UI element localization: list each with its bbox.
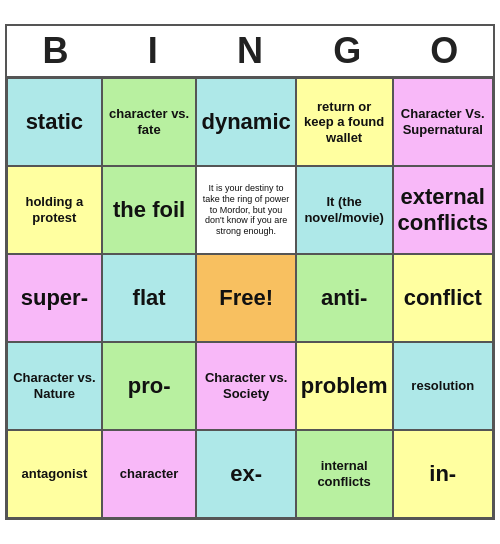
bingo-cell: anti-: [296, 254, 393, 342]
bingo-cell: Character vs. Nature: [7, 342, 102, 430]
bingo-cell: conflict: [393, 254, 493, 342]
bingo-cell: ex-: [196, 430, 295, 518]
bingo-cell: dynamic: [196, 78, 295, 166]
bingo-cell: Character vs. Society: [196, 342, 295, 430]
bingo-cell: flat: [102, 254, 197, 342]
bingo-letter: B: [7, 30, 104, 72]
bingo-cell: static: [7, 78, 102, 166]
bingo-cell: holding a protest: [7, 166, 102, 254]
bingo-cell: character vs. fate: [102, 78, 197, 166]
bingo-cell: the foil: [102, 166, 197, 254]
bingo-cell: super-: [7, 254, 102, 342]
bingo-cell: return or keep a found wallet: [296, 78, 393, 166]
bingo-letter: N: [201, 30, 298, 72]
bingo-cell: Character Vs. Supernatural: [393, 78, 493, 166]
bingo-cell: external conflicts: [393, 166, 493, 254]
bingo-cell: resolution: [393, 342, 493, 430]
bingo-cell: character: [102, 430, 197, 518]
bingo-cell: Free!: [196, 254, 295, 342]
bingo-cell: It (the novel/movie): [296, 166, 393, 254]
bingo-header: BINGO: [7, 26, 493, 76]
bingo-cell: problem: [296, 342, 393, 430]
bingo-letter: G: [299, 30, 396, 72]
bingo-cell: pro-: [102, 342, 197, 430]
bingo-grid: staticcharacter vs. fatedynamicreturn or…: [7, 76, 493, 518]
bingo-cell: in-: [393, 430, 493, 518]
bingo-letter: O: [396, 30, 493, 72]
bingo-cell: It is your destiny to take the ring of p…: [196, 166, 295, 254]
bingo-card: BINGO staticcharacter vs. fatedynamicret…: [5, 24, 495, 520]
bingo-cell: internal conflicts: [296, 430, 393, 518]
bingo-cell: antagonist: [7, 430, 102, 518]
bingo-letter: I: [104, 30, 201, 72]
